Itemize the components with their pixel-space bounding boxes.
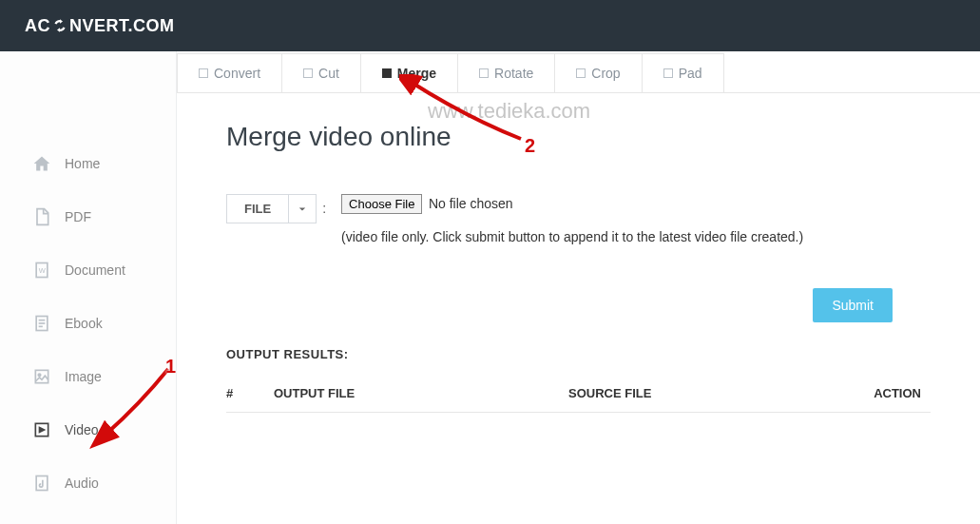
results-heading: OUTPUT RESULTS:	[226, 347, 931, 361]
checkbox-icon	[382, 68, 392, 78]
watermark: www.tedieka.com	[428, 99, 590, 124]
refresh-icon	[51, 17, 68, 34]
tab-label: Pad	[679, 66, 702, 81]
tab-convert[interactable]: Convert	[177, 53, 282, 92]
file-hint: (video file only. Click submit button to…	[341, 229, 931, 244]
image-icon	[32, 367, 51, 386]
checkbox-icon	[663, 68, 673, 78]
sidebar-item-label: Audio	[65, 475, 99, 491]
document-icon: W	[32, 261, 51, 280]
no-file-text: No file chosen	[429, 196, 513, 211]
sidebar-item-label: PDF	[65, 209, 91, 224]
checkbox-icon	[576, 68, 586, 78]
results-table: # OUTPUT FILE SOURCE FILE ACTION	[226, 375, 931, 413]
file-source-button-group: FILE	[226, 194, 317, 223]
ebook-icon	[32, 314, 51, 333]
file-source-button[interactable]: FILE	[226, 194, 289, 223]
tab-label: Cut	[318, 66, 339, 81]
sidebar-item-label: Image	[65, 369, 102, 384]
tab-rotate[interactable]: Rotate	[457, 53, 555, 92]
brand-right: NVERT.COM	[69, 16, 175, 36]
sidebar-item-video[interactable]: Video	[0, 403, 176, 456]
sidebar-item-label: Home	[65, 156, 100, 171]
tabs: Convert Cut Merge Rotate Crop Pad	[177, 53, 980, 93]
checkbox-icon	[303, 68, 313, 78]
sidebar-item-label: Video	[65, 422, 99, 437]
sidebar-item-audio[interactable]: Audio	[0, 456, 176, 510]
tab-label: Convert	[214, 66, 260, 81]
col-source: SOURCE FILE	[568, 375, 845, 413]
file-row: FILE : Choose File No file chosen (video…	[226, 194, 931, 244]
sidebar-item-home[interactable]: Home	[0, 137, 176, 190]
video-icon	[32, 420, 51, 439]
pdf-icon	[32, 207, 51, 226]
annotation-number-1: 1	[165, 356, 176, 378]
choose-file-button[interactable]: Choose File	[341, 194, 422, 214]
tab-label: Rotate	[494, 66, 533, 81]
tab-label: Merge	[397, 66, 436, 81]
brand-left: AC	[25, 16, 50, 36]
tab-cut[interactable]: Cut	[281, 53, 361, 92]
col-action: ACTION	[845, 375, 931, 413]
svg-point-7	[38, 374, 41, 377]
colon: :	[322, 194, 326, 216]
sidebar-item-label: Document	[65, 262, 125, 278]
checkbox-icon	[199, 68, 208, 78]
page-title: Merge video online	[226, 122, 931, 152]
annotation-number-2: 2	[525, 135, 535, 157]
home-icon	[32, 154, 51, 173]
col-num: #	[226, 375, 274, 413]
sidebar-item-pdf[interactable]: PDF	[0, 190, 176, 243]
caret-down-icon	[298, 202, 306, 216]
tab-pad[interactable]: Pad	[642, 53, 724, 92]
sidebar-item-ebook[interactable]: Ebook	[0, 297, 176, 350]
sidebar-item-label: Ebook	[65, 316, 103, 331]
submit-button[interactable]: Submit	[813, 288, 893, 322]
col-output: OUTPUT FILE	[274, 375, 568, 413]
audio-icon	[32, 474, 51, 493]
topbar: AC NVERT.COM	[0, 0, 980, 51]
sidebar-item-image[interactable]: Image	[0, 350, 176, 403]
svg-text:W: W	[39, 266, 47, 275]
brand-logo[interactable]: AC NVERT.COM	[25, 16, 175, 36]
tab-merge[interactable]: Merge	[360, 53, 458, 92]
checkbox-icon	[479, 68, 489, 78]
sidebar-item-document[interactable]: W Document	[0, 243, 176, 297]
tab-crop[interactable]: Crop	[554, 53, 642, 92]
tab-label: Crop	[591, 66, 620, 81]
file-source-caret[interactable]	[289, 194, 317, 223]
sidebar: Home PDF W Document Ebook Image Video Au…	[0, 51, 177, 524]
